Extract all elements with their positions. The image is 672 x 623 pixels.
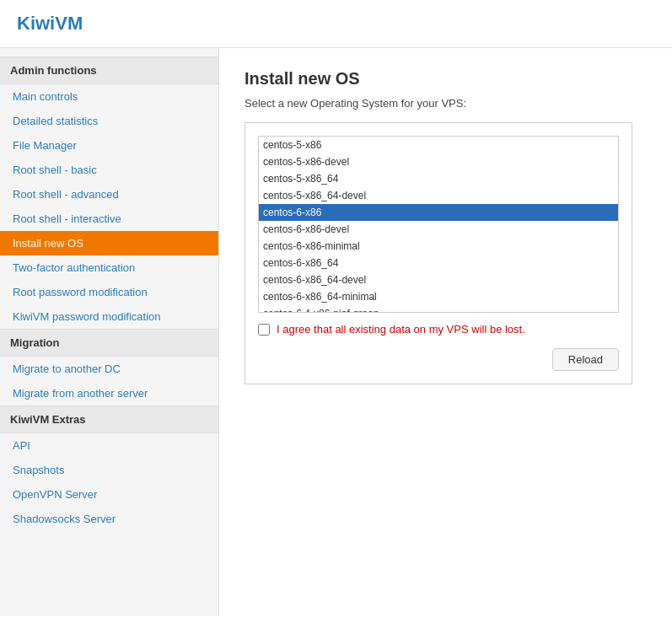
sidebar-section-1: Migration [0,329,218,357]
sidebar-item-two-factor-auth[interactable]: Two-factor authentication [0,255,218,280]
sidebar-item-api[interactable]: API [0,433,218,458]
sidebar-item-openvpn-server[interactable]: OpenVPN Server [0,482,218,507]
agree-section: I agree that all existing data on my VPS… [258,323,619,336]
page-title: Install new OS [245,69,647,89]
sidebar-item-root-shell-interactive[interactable]: Root shell - interactive [0,207,218,231]
sidebar-item-main-controls[interactable]: Main controls [0,84,218,109]
agree-checkbox[interactable] [258,324,270,336]
os-list-item-centos-6.4-x86-piaf-green[interactable]: centos-6.4-x86-piaf-green [259,305,618,313]
os-list-scroll[interactable]: centos-5-x86centos-5-x86-develcentos-5-x… [258,136,619,313]
os-list-item-centos-6-x86_64-minimal[interactable]: centos-6-x86_64-minimal [259,288,618,305]
sidebar-item-snapshots[interactable]: Snapshots [0,458,218,482]
sidebar-section-0: Admin functions [0,56,218,84]
os-list-item-centos-5-x86[interactable]: centos-5-x86 [259,137,618,153]
sidebar-item-file-manager[interactable]: File Manager [0,133,218,158]
sidebar-item-root-shell-basic[interactable]: Root shell - basic [0,158,218,182]
os-list-item-centos-6-x86-devel[interactable]: centos-6-x86-devel [259,221,618,238]
sidebar-item-kiwi-password-modification[interactable]: KiwiVM password modification [0,304,218,329]
page-subtitle: Select a new Operating System for your V… [245,97,647,110]
sidebar-item-install-new-os[interactable]: Install new OS [0,231,218,255]
sidebar-item-root-password-modification[interactable]: Root password modification [0,280,218,304]
os-list-item-centos-6-x86_64[interactable]: centos-6-x86_64 [259,255,618,271]
os-list-item-centos-5-x86_64-devel[interactable]: centos-5-x86_64-devel [259,187,618,204]
install-os-form: centos-5-x86centos-5-x86-develcentos-5-x… [245,122,632,384]
sidebar-item-migrate-to-another-dc[interactable]: Migrate to another DC [0,357,218,381]
os-list-item-centos-5-x86-devel[interactable]: centos-5-x86-devel [259,153,618,170]
sidebar-item-migrate-from-another-server[interactable]: Migrate from another server [0,381,218,405]
main-content: Install new OS Select a new Operating Sy… [219,48,672,616]
agree-label: I agree that all existing data on my VPS… [277,323,525,336]
sidebar-item-root-shell-advanced[interactable]: Root shell - advanced [0,182,218,207]
sidebar-item-shadowsocks-server[interactable]: Shadowsocks Server [0,507,218,531]
os-list-item-centos-5-x86_64[interactable]: centos-5-x86_64 [259,170,618,187]
sidebar-section-2: KiwiVM Extras [0,405,218,433]
sidebar-item-detailed-statistics[interactable]: Detailed statistics [0,109,218,133]
os-list-item-centos-6-x86_64-devel[interactable]: centos-6-x86_64-devel [259,271,618,288]
reload-button[interactable]: Reload [552,348,619,371]
os-list-item-centos-6-x86-minimal[interactable]: centos-6-x86-minimal [259,238,618,255]
os-list-item-centos-6-x86[interactable]: centos-6-x86 [259,204,618,221]
app-logo: KiwiVM [17,13,83,34]
sidebar: Admin functionsMain controlsDetailed sta… [0,48,219,616]
